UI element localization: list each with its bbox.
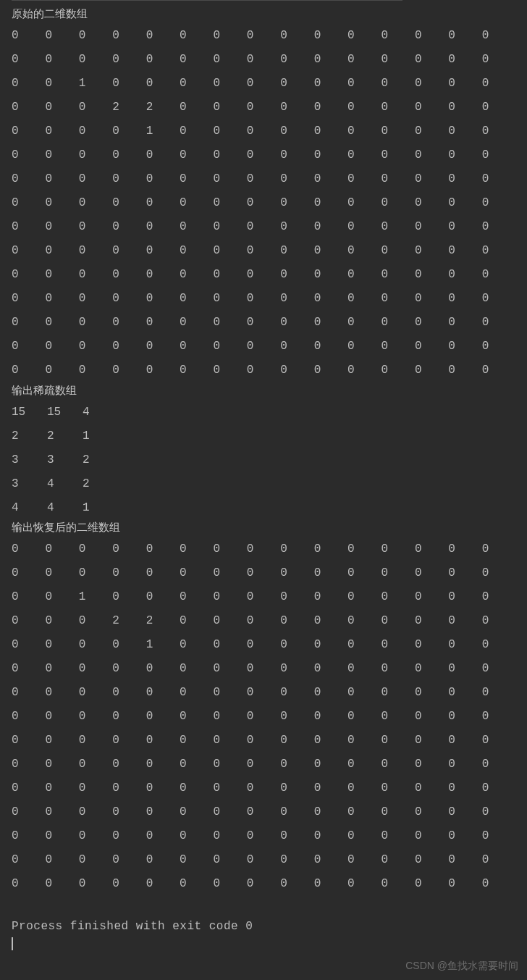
matrix-cell: 0: [314, 567, 347, 580]
matrix-original: 0000000000000000000000000000000010000000…: [12, 25, 515, 383]
matrix-cell: 0: [415, 125, 448, 138]
matrix-cell: 0: [415, 639, 448, 652]
section-header-original: 原始的二维数组: [12, 8, 515, 20]
matrix-cell: 0: [45, 878, 78, 891]
matrix-cell: 0: [112, 567, 146, 580]
matrix-cell: 0: [79, 734, 112, 747]
matrix-cell: 0: [112, 293, 146, 306]
matrix-cell: 0: [112, 125, 146, 138]
matrix-cell: 0: [213, 782, 246, 795]
matrix-cell: 0: [213, 317, 246, 330]
matrix-cell: 2: [146, 101, 180, 114]
matrix-row: 000220000000000: [12, 96, 515, 120]
matrix-cell: 0: [347, 54, 381, 67]
matrix-cell: 0: [347, 567, 381, 580]
matrix-cell: 0: [12, 30, 45, 43]
matrix-cell: 0: [146, 30, 180, 43]
matrix-cell: 1: [79, 591, 112, 604]
matrix-cell: 0: [314, 543, 347, 556]
matrix-cell: 0: [45, 806, 78, 819]
matrix-cell: 0: [247, 317, 280, 330]
matrix-cell: 0: [180, 30, 213, 43]
matrix-cell: 0: [79, 269, 112, 282]
matrix-cell: 0: [381, 78, 414, 91]
matrix-row: 000000000000000: [12, 144, 515, 168]
matrix-cell: 0: [180, 54, 213, 67]
matrix-cell: 0: [213, 340, 246, 353]
matrix-cell: 0: [146, 567, 180, 580]
matrix-cell: 0: [448, 687, 481, 700]
matrix-cell: 0: [45, 687, 78, 700]
matrix-cell: 0: [448, 54, 481, 67]
matrix-cell: 0: [247, 878, 280, 891]
matrix-cell: 0: [180, 854, 213, 867]
matrix-row: 000000000000000: [12, 849, 515, 873]
matrix-cell: 0: [45, 782, 78, 795]
matrix-cell: 0: [314, 364, 347, 377]
matrix-cell: 0: [347, 340, 381, 353]
matrix-cell: 0: [314, 639, 347, 652]
matrix-cell: 0: [79, 54, 112, 67]
matrix-cell: 0: [146, 340, 180, 353]
matrix-cell: 0: [482, 101, 515, 114]
matrix-cell: 0: [180, 221, 213, 234]
matrix-cell: 0: [146, 830, 180, 843]
matrix-cell: 0: [448, 149, 481, 162]
matrix-cell: 0: [415, 663, 448, 676]
matrix-cell: 0: [415, 567, 448, 580]
matrix-cell: 0: [415, 830, 448, 843]
matrix-cell: 0: [247, 591, 280, 604]
matrix-cell: 0: [146, 663, 180, 676]
matrix-cell: 0: [112, 543, 146, 556]
matrix-cell: 0: [381, 149, 414, 162]
matrix-cell: 0: [280, 149, 313, 162]
matrix-cell: 0: [247, 663, 280, 676]
matrix-cell: 0: [12, 782, 45, 795]
matrix-cell: 0: [247, 78, 280, 91]
matrix-cell: 0: [448, 269, 481, 282]
matrix-cell: 0: [381, 30, 414, 43]
matrix-cell: 0: [79, 245, 112, 258]
matrix-cell: 0: [482, 340, 515, 353]
matrix-cell: 0: [314, 78, 347, 91]
matrix-cell: 0: [448, 101, 481, 114]
section-header-restored: 输出恢复后的二维数组: [12, 522, 515, 534]
matrix-cell: 0: [280, 221, 313, 234]
matrix-cell: 0: [213, 878, 246, 891]
matrix-row: 000000000000000: [12, 168, 515, 192]
matrix-cell: 0: [12, 364, 45, 377]
matrix-cell: 0: [45, 364, 78, 377]
matrix-cell: 0: [280, 245, 313, 258]
matrix-cell: 0: [280, 30, 313, 43]
matrix-cell: 0: [482, 78, 515, 91]
matrix-cell: 0: [45, 591, 78, 604]
matrix-cell: 0: [247, 221, 280, 234]
matrix-cell: 0: [415, 221, 448, 234]
matrix-cell: 0: [347, 591, 381, 604]
matrix-cell: 0: [213, 125, 246, 138]
matrix-cell: 0: [347, 687, 381, 700]
matrix-row: 000000000000000: [12, 359, 515, 383]
sparse-cell: 15: [12, 406, 47, 419]
matrix-cell: 0: [448, 758, 481, 771]
matrix-cell: 0: [112, 878, 146, 891]
matrix-cell: 0: [482, 317, 515, 330]
matrix-cell: 0: [12, 615, 45, 628]
matrix-cell: 0: [314, 101, 347, 114]
matrix-cell: 0: [247, 197, 280, 210]
matrix-cell: 0: [448, 567, 481, 580]
matrix-cell: 0: [12, 854, 45, 867]
matrix-cell: 0: [448, 78, 481, 91]
sparse-row: 15154: [12, 401, 515, 424]
matrix-cell: 0: [448, 591, 481, 604]
matrix-cell: 0: [213, 663, 246, 676]
matrix-cell: 0: [180, 567, 213, 580]
matrix-cell: 0: [415, 364, 448, 377]
matrix-cell: 0: [247, 567, 280, 580]
matrix-cell: 0: [180, 782, 213, 795]
matrix-cell: 0: [280, 293, 313, 306]
matrix-cell: 0: [280, 173, 313, 186]
matrix-cell: 0: [12, 78, 45, 91]
matrix-cell: 0: [213, 149, 246, 162]
matrix-cell: 0: [280, 687, 313, 700]
